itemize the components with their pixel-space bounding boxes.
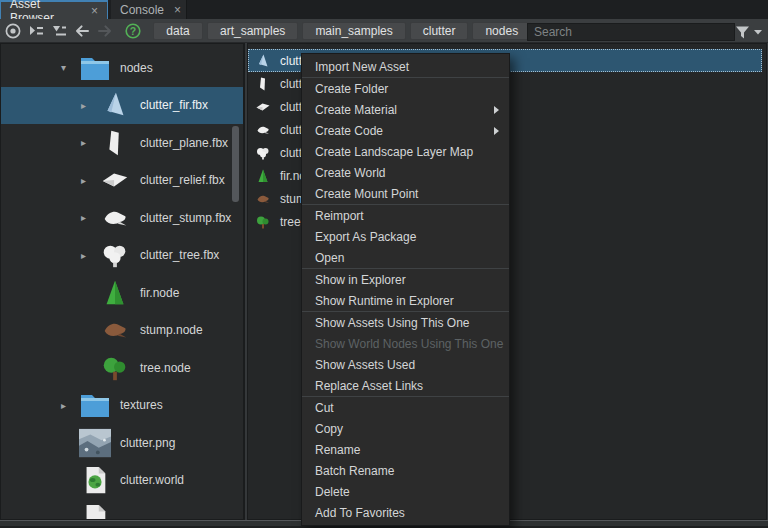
tree-scrollbar-thumb[interactable] [232, 126, 239, 202]
tree-item-clutter-stump-fbx[interactable]: ▸clutter_stump.fbx [1, 199, 243, 237]
expander-collapsed-icon[interactable]: ▸ [61, 400, 78, 411]
tree-item-blank[interactable] [1, 499, 243, 520]
tree-item-label: fir.node [140, 286, 179, 300]
toolbar: ? dataart_samplesmain_samplesclutternode… [0, 19, 768, 43]
fir-blue-icon [254, 52, 271, 69]
menu-item-label: Create Material [315, 103, 397, 117]
tree-white-icon [254, 144, 271, 161]
tree-item-label: clutter_stump.fbx [140, 211, 231, 225]
menu-item-label: Export As Package [315, 230, 416, 244]
tab-bar: Asset Browser × Console × [0, 0, 768, 19]
menu-item-copy[interactable]: Copy [302, 418, 509, 439]
menu-item-label: Create Code [315, 124, 383, 138]
filter-funnel-icon[interactable] [732, 23, 752, 41]
stump-brown-icon [98, 313, 132, 347]
breadcrumb-clutter[interactable]: clutter [410, 22, 469, 40]
menu-item-add-to-favorites[interactable]: Add To Favorites [302, 502, 509, 523]
tree-item-clutter-tree-fbx[interactable]: ▸clutter_tree.fbx [1, 237, 243, 275]
menu-item-create-folder[interactable]: Create Folder [302, 78, 509, 99]
search-input[interactable] [527, 23, 735, 41]
menu-item-reimport[interactable]: Reimport [302, 205, 509, 226]
menu-item-rename[interactable]: Rename [302, 439, 509, 460]
breadcrumb-art-samples[interactable]: art_samples [207, 22, 298, 40]
expander-collapsed-icon[interactable]: ▸ [81, 250, 98, 261]
menu-item-open[interactable]: Open [302, 247, 509, 268]
tree-item-tree-node[interactable]: tree.node [1, 349, 243, 387]
breadcrumb-data[interactable]: data [153, 22, 203, 40]
tab-console[interactable]: Console × [111, 0, 187, 19]
menu-item-show-runtime-in-explorer[interactable]: Show Runtime in Explorer [302, 290, 509, 311]
tree-item-clutter-world[interactable]: clutter.world [1, 462, 243, 500]
relief-icon [254, 98, 271, 115]
fir-blue-icon [98, 88, 132, 122]
tree-item-label: clutter_tree.fbx [140, 248, 219, 262]
fir-green-icon [254, 167, 271, 184]
menu-item-export-as-package[interactable]: Export As Package [302, 226, 509, 247]
image-thumbnail-icon [78, 426, 112, 460]
expander-collapsed-icon[interactable]: ▸ [81, 175, 98, 186]
menu-item-create-mount-point[interactable]: Create Mount Point [302, 183, 509, 204]
menu-item-import-new-asset[interactable]: Import New Asset [302, 56, 509, 77]
tree-item-label: clutter_relief.fbx [140, 173, 225, 187]
tree-item-clutter-fir-fbx[interactable]: ▸clutter_fir.fbx [1, 87, 243, 125]
help-icon[interactable]: ? [123, 22, 143, 40]
menu-item-batch-rename[interactable]: Batch Rename [302, 460, 509, 481]
expander-collapsed-icon[interactable]: ▸ [81, 137, 98, 148]
tree-item-clutter-plane-fbx[interactable]: ▸clutter_plane.fbx [1, 124, 243, 162]
tree-item-label: clutter_fir.fbx [140, 98, 208, 112]
asset-browser-window: { "tabs": [ { "label": "Asset Browser", … [0, 0, 768, 528]
tree-item-label: clutter.world [120, 473, 184, 487]
tree-item-clutter-png[interactable]: clutter.png [1, 424, 243, 462]
expand-all-icon[interactable] [49, 22, 69, 40]
menu-item-cut[interactable]: Cut [302, 397, 509, 418]
tree-item-nodes[interactable]: ▾nodes [1, 49, 243, 87]
stump-brown-icon [254, 190, 271, 207]
tree-item-label: nodes [120, 61, 153, 75]
plane-icon [98, 126, 132, 160]
forward-icon[interactable] [95, 22, 115, 40]
tree-white-icon [98, 238, 132, 272]
menu-item-create-code[interactable]: Create Code [302, 120, 509, 141]
close-icon[interactable]: × [91, 4, 98, 18]
menu-item-show-assets-used[interactable]: Show Assets Used [302, 354, 509, 375]
menu-item-replace-asset-links[interactable]: Replace Asset Links [302, 375, 509, 396]
expander-collapsed-icon[interactable]: ▸ [81, 100, 98, 111]
tree-item-stump-node[interactable]: stump.node [1, 312, 243, 350]
menu-item-show-in-explorer[interactable]: Show in Explorer [302, 269, 509, 290]
menu-item-create-landscape-layer-map[interactable]: Create Landscape Layer Map [302, 141, 509, 162]
menu-item-show-world-nodes-using-this-one: Show World Nodes Using This One [302, 333, 509, 354]
menu-item-show-assets-using-this-one[interactable]: Show Assets Using This One [302, 312, 509, 333]
close-icon[interactable]: × [174, 3, 181, 17]
menu-item-create-world[interactable]: Create World [302, 162, 509, 183]
tab-asset-browser[interactable]: Asset Browser × [0, 0, 108, 19]
document-icon [78, 501, 112, 520]
menu-item-label: Rename [315, 443, 360, 457]
stump-white-icon [98, 201, 132, 235]
menu-item-label: Copy [315, 422, 343, 436]
filter-dropdown-icon[interactable] [752, 23, 764, 41]
menu-item-create-material[interactable]: Create Material [302, 99, 509, 120]
tree-item-clutter-relief-fbx[interactable]: ▸clutter_relief.fbx [1, 162, 243, 200]
menu-item-label: Batch Rename [315, 464, 394, 478]
menu-item-label: Create Folder [315, 82, 388, 96]
menu-item-label: Show in Explorer [315, 273, 406, 287]
menu-item-label: Replace Asset Links [315, 379, 423, 393]
menu-item-label: Show Assets Using This One [315, 316, 470, 330]
menu-item-label: Show Runtime in Explorer [315, 294, 454, 308]
breadcrumb-main-samples[interactable]: main_samples [302, 22, 405, 40]
submenu-arrow-icon [494, 106, 499, 114]
menu-item-label: Delete [315, 485, 350, 499]
folder-icon [78, 388, 112, 422]
eye-icon[interactable] [3, 22, 23, 40]
tree-item-label: tree.node [140, 361, 191, 375]
menu-item-label: Cut [315, 401, 334, 415]
tree-item-fir-node[interactable]: fir.node [1, 274, 243, 312]
tree-item-textures[interactable]: ▸textures [1, 387, 243, 425]
collapse-all-icon[interactable] [26, 22, 46, 40]
breadcrumb-nodes[interactable]: nodes [472, 22, 531, 40]
back-icon[interactable] [72, 22, 92, 40]
expander-collapsed-icon[interactable]: ▸ [81, 212, 98, 223]
expander-expanded-icon[interactable]: ▾ [61, 62, 78, 73]
menu-item-delete[interactable]: Delete [302, 481, 509, 502]
menu-item-label: Create World [315, 166, 385, 180]
